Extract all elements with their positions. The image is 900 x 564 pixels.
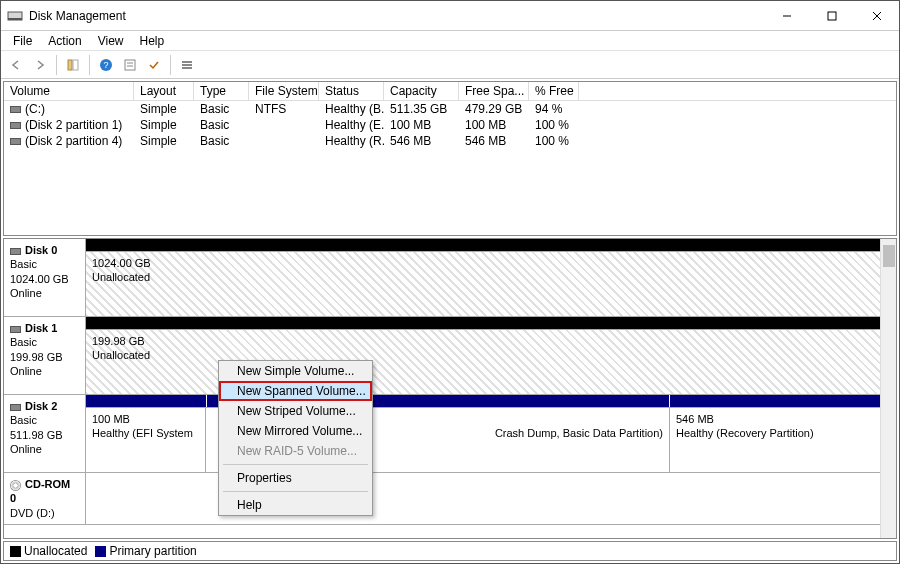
disk-type: Basic <box>10 335 79 349</box>
close-button[interactable] <box>854 1 899 31</box>
menu-view[interactable]: View <box>90 32 132 50</box>
volume-row[interactable]: (Disk 2 partition 4) Simple Basic Health… <box>4 133 896 149</box>
svg-rect-7 <box>73 60 78 70</box>
legend-unallocated: Unallocated <box>10 544 87 558</box>
volume-row[interactable]: (C:) Simple Basic NTFS Healthy (B... 511… <box>4 101 896 117</box>
scrollbar[interactable] <box>880 239 896 538</box>
partition-size: 100 MB <box>92 412 199 426</box>
disk-header[interactable]: Disk 2 Basic 511.98 GB Online <box>4 395 86 472</box>
toolbar-separator <box>170 55 171 75</box>
volume-fs: NTFS <box>249 101 319 117</box>
volume-list-header: Volume Layout Type File System Status Ca… <box>4 82 896 101</box>
disk-type: Basic <box>10 413 79 427</box>
menu-new-striped-volume[interactable]: New Striped Volume... <box>219 401 372 421</box>
col-filesystem[interactable]: File System <box>249 82 319 100</box>
disk-name: Disk 0 <box>25 244 57 256</box>
volume-fs <box>249 117 319 133</box>
refresh-button[interactable] <box>62 54 84 76</box>
disk-sub: DVD (D:) <box>10 506 79 520</box>
volume-row[interactable]: (Disk 2 partition 1) Simple Basic Health… <box>4 117 896 133</box>
disk-row: Disk 0 Basic 1024.00 GB Online 1024.00 G… <box>4 239 896 317</box>
minimize-button[interactable] <box>764 1 809 31</box>
partition-unallocated[interactable]: 199.98 GB Unallocated <box>86 330 880 394</box>
disk-name: Disk 2 <box>25 400 57 412</box>
col-type[interactable]: Type <box>194 82 249 100</box>
menu-new-simple-volume[interactable]: New Simple Volume... <box>219 361 372 381</box>
disk-row: Disk 1 Basic 199.98 GB Online 199.98 GB … <box>4 317 896 395</box>
menu-action[interactable]: Action <box>40 32 89 50</box>
menu-help[interactable]: Help <box>219 495 372 515</box>
toolbar-separator <box>56 55 57 75</box>
menu-new-mirrored-volume[interactable]: New Mirrored Volume... <box>219 421 372 441</box>
partition-size: 199.98 GB <box>92 334 874 348</box>
maximize-button[interactable] <box>809 1 854 31</box>
cdrom-icon <box>10 480 21 491</box>
disk-header[interactable]: Disk 0 Basic 1024.00 GB Online <box>4 239 86 316</box>
context-menu: New Simple Volume... New Spanned Volume.… <box>218 360 373 516</box>
partition-unallocated[interactable]: 1024.00 GB Unallocated <box>86 252 880 316</box>
disk-bar <box>86 239 880 251</box>
menu-new-spanned-volume[interactable]: New Spanned Volume... <box>219 381 372 401</box>
menu-properties[interactable]: Properties <box>219 468 372 488</box>
disk-icon <box>10 248 21 255</box>
help-button[interactable]: ? <box>95 54 117 76</box>
svg-rect-3 <box>828 12 836 20</box>
disk-row: CD-ROM 0 DVD (D:) <box>4 473 896 525</box>
menu-help[interactable]: Help <box>132 32 173 50</box>
partition-label: Unallocated <box>92 348 874 362</box>
back-button[interactable] <box>5 54 27 76</box>
disk-bar <box>86 317 880 329</box>
volume-type: Basic <box>194 101 249 117</box>
col-free[interactable]: Free Spa... <box>459 82 529 100</box>
svg-rect-14 <box>182 64 192 66</box>
menu-file[interactable]: File <box>5 32 40 50</box>
disk-header[interactable]: CD-ROM 0 DVD (D:) <box>4 473 86 524</box>
volume-name: (C:) <box>25 102 45 116</box>
volume-name: (Disk 2 partition 1) <box>25 118 122 132</box>
menu-separator <box>223 491 368 492</box>
disk-bar <box>86 395 880 407</box>
action-button[interactable] <box>143 54 165 76</box>
col-pctfree[interactable]: % Free <box>529 82 579 100</box>
col-capacity[interactable]: Capacity <box>384 82 459 100</box>
volume-free: 546 MB <box>459 133 529 149</box>
partition-label: Unallocated <box>92 270 874 284</box>
menubar: File Action View Help <box>1 31 899 51</box>
partition-size: 1024.00 GB <box>92 256 874 270</box>
col-status[interactable]: Status <box>319 82 384 100</box>
partition-size: 546 MB <box>676 412 874 426</box>
disk-name: Disk 1 <box>25 322 57 334</box>
disk-type: Basic <box>10 257 79 271</box>
app-icon <box>7 8 23 24</box>
svg-rect-10 <box>125 60 135 70</box>
list-button[interactable] <box>176 54 198 76</box>
disk-size: 199.98 GB <box>10 350 79 364</box>
volume-free: 100 MB <box>459 117 529 133</box>
col-volume[interactable]: Volume <box>4 82 134 100</box>
volume-layout: Simple <box>134 133 194 149</box>
settings-button[interactable] <box>119 54 141 76</box>
svg-rect-15 <box>182 67 192 69</box>
svg-rect-1 <box>8 18 22 20</box>
disk-state: Online <box>10 364 79 378</box>
disk-graphical-pane[interactable]: Disk 0 Basic 1024.00 GB Online 1024.00 G… <box>3 238 897 539</box>
volume-pct: 94 % <box>529 101 579 117</box>
volume-type: Basic <box>194 117 249 133</box>
volume-icon <box>10 138 21 145</box>
col-layout[interactable]: Layout <box>134 82 194 100</box>
partition-efi[interactable]: 100 MB Healthy (EFI System <box>86 408 206 472</box>
bar-unallocated <box>86 317 880 329</box>
volume-capacity: 546 MB <box>384 133 459 149</box>
disk-header[interactable]: Disk 1 Basic 199.98 GB Online <box>4 317 86 394</box>
volume-list-pane[interactable]: Volume Layout Type File System Status Ca… <box>3 81 897 236</box>
partition-recovery[interactable]: 546 MB Healthy (Recovery Partition) <box>670 408 880 472</box>
toolbar: ? <box>1 51 899 79</box>
disk-partitions: 1024.00 GB Unallocated <box>86 239 880 316</box>
svg-rect-6 <box>68 60 72 70</box>
volume-layout: Simple <box>134 101 194 117</box>
legend: Unallocated Primary partition <box>3 541 897 561</box>
forward-button[interactable] <box>29 54 51 76</box>
disk-size: 1024.00 GB <box>10 272 79 286</box>
volume-pct: 100 % <box>529 133 579 149</box>
volume-icon <box>10 106 21 113</box>
